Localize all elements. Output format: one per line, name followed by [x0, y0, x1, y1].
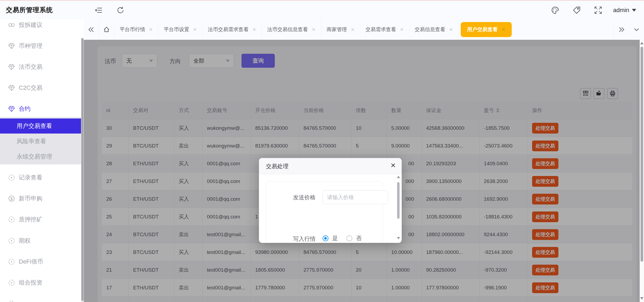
tabbar: 平台币行情✕平台币设置✕法币交易需求查看✕法币交易信息查看✕商家管理✕交易需求查…: [84, 19, 644, 40]
sidebar-item-label: C2C交易: [19, 84, 42, 92]
sidebar-item-DeFi借币[interactable]: DeFi借币: [0, 255, 81, 268]
sidebar-scrollbar-thumb[interactable]: [81, 38, 83, 301]
tab-label: 交易信息查看: [415, 26, 445, 33]
sidebar-item-label: 组合投资: [19, 279, 42, 287]
tab-用户交易查看[interactable]: 用户交易查看✕: [461, 22, 512, 37]
page-scrollbar[interactable]: [640, 40, 644, 302]
sidebar-item-新币申购[interactable]: $新币申购: [0, 192, 81, 205]
tab-平台币设置[interactable]: 平台币设置✕: [158, 19, 202, 40]
sidebar-item-法币交易[interactable]: 法币交易: [0, 60, 81, 74]
sidebar-item-质押挖矿[interactable]: 质押挖矿: [0, 213, 81, 226]
coin-icon: [8, 174, 16, 182]
sidebar-submenu: 用户交易查看风险率查看永续交易管理: [0, 117, 81, 164]
home-icon[interactable]: [99, 19, 114, 40]
price-input[interactable]: [323, 190, 388, 204]
user-menu[interactable]: admin: [613, 6, 636, 15]
modal-form-panel: 发送价格 写入行情 是 否 确定: [266, 181, 383, 243]
app-title: 交易所管理系统: [6, 6, 53, 14]
tab-close-icon[interactable]: ✕: [351, 27, 354, 33]
tab-label: 平台币行情: [120, 26, 145, 33]
sidebar-item-hidden[interactable]: [0, 297, 81, 302]
sidebar-item-合约[interactable]: 合约: [0, 102, 81, 116]
sidebar-item-label: 法币交易: [19, 63, 42, 71]
page-scrollbar-thumb[interactable]: [641, 47, 643, 262]
sidebar: 投拆建议币种管理法币交易C2C交易合约记录查看$新币申购质押挖矿期权DeFi借币…: [0, 19, 84, 302]
link-icon: [8, 21, 16, 29]
sidebar-subitem-永续交易管理[interactable]: 永续交易管理: [0, 149, 81, 164]
sidebar-item-币种管理[interactable]: 币种管理: [0, 39, 81, 53]
price-label: 发送价格: [270, 194, 316, 201]
sidebar-item-label: DeFi借币: [19, 258, 43, 266]
tab-close-icon[interactable]: ✕: [449, 27, 453, 33]
scroll-up-icon[interactable]: [640, 42, 643, 44]
collapse-sidebar-icon[interactable]: [94, 6, 103, 15]
gem-icon: [8, 105, 16, 113]
sidebar-subitem-label: 用户交易查看: [17, 122, 52, 130]
sidebar-item-label: 期权: [19, 237, 31, 245]
tab-close-icon[interactable]: ✕: [312, 27, 316, 33]
tab-商家管理[interactable]: 商家管理✕: [321, 19, 360, 40]
fullscreen-icon[interactable]: [594, 6, 603, 15]
sidebar-scrollbar[interactable]: [81, 38, 84, 302]
coin-icon: [8, 258, 16, 266]
sidebar-item-label: 投拆建议: [19, 21, 42, 29]
sidebar-subitem-label: 风险率查看: [17, 137, 46, 145]
sidebar-item-label: 新币申购: [19, 195, 42, 203]
theme-palette-icon[interactable]: [551, 6, 560, 15]
sidebar-item-记录查看[interactable]: 记录查看: [0, 171, 81, 184]
sidebar-item-期权[interactable]: 期权: [0, 234, 81, 247]
sidebar-subitem-风险率查看[interactable]: 风险率查看: [0, 134, 81, 149]
modal-header: 交易处理 ✕: [259, 158, 402, 174]
sidebar-item-组合投资[interactable]: 组合投资: [0, 276, 81, 289]
tab-close-icon[interactable]: ✕: [193, 27, 197, 33]
sidebar-item-label: 记录查看: [19, 174, 42, 182]
sidebar-item-label: 币种管理: [19, 42, 42, 50]
write-quote-label: 写入行情: [270, 235, 316, 243]
gem-icon: [8, 84, 16, 92]
tab-label: 交易需求查看: [365, 26, 396, 33]
refresh-icon[interactable]: [116, 6, 125, 15]
radio-yes[interactable]: [323, 235, 328, 241]
tab-close-icon[interactable]: ✕: [400, 27, 404, 33]
tab-close-icon[interactable]: ✕: [149, 27, 153, 33]
scroll-down-icon[interactable]: [397, 237, 400, 239]
sidebar-item-label: 合约: [19, 105, 31, 113]
sidebar-item-C2C交易[interactable]: C2C交易: [0, 81, 81, 95]
sidebar-subitem-用户交易查看[interactable]: 用户交易查看: [0, 118, 81, 134]
sidebar-item-label: 质押挖矿: [19, 215, 42, 224]
gem-icon: [8, 63, 16, 71]
tab-交易需求查看[interactable]: 交易需求查看✕: [360, 19, 409, 40]
radio-no[interactable]: [346, 235, 352, 241]
scroll-down-icon[interactable]: [640, 297, 643, 300]
sidebar-item-投拆建议[interactable]: 投拆建议: [0, 18, 81, 32]
user-name: admin: [613, 7, 629, 14]
tab-right-controls: [614, 19, 644, 40]
close-icon[interactable]: ✕: [390, 162, 396, 169]
chevron-down-icon: [632, 9, 636, 12]
tag-icon[interactable]: [572, 6, 581, 15]
dollar-coin-icon: $: [8, 195, 16, 203]
tab-close-icon[interactable]: ✕: [253, 27, 256, 33]
coin-icon: [8, 279, 16, 287]
tab-交易信息查看[interactable]: 交易信息查看✕: [409, 19, 459, 40]
scroll-up-icon[interactable]: [397, 176, 400, 178]
write-quote-radio-group: 是 否: [323, 235, 367, 242]
tab-平台币行情[interactable]: 平台币行情✕: [114, 19, 158, 40]
tab-label: 法币交易需求查看: [208, 26, 249, 33]
tab-label: 用户交易查看: [467, 26, 498, 33]
tab-法币交易信息查看[interactable]: 法币交易信息查看✕: [262, 19, 321, 40]
modal-scrollbar[interactable]: [397, 176, 400, 241]
radio-yes-label: 是: [332, 235, 338, 242]
tabs-menu-chevron-icon[interactable]: [629, 19, 644, 40]
topbar: 交易所管理系统 admin: [0, 1, 644, 20]
tabs-forward-icon[interactable]: [614, 19, 629, 40]
tabs-back-icon[interactable]: [84, 19, 99, 40]
coin-icon: [8, 237, 16, 245]
radio-no-label: 否: [356, 235, 362, 242]
trade-process-modal: 交易处理 ✕ 发送价格 写入行情 是 否 确定: [259, 158, 402, 243]
tab-法币交易需求查看[interactable]: 法币交易需求查看✕: [203, 19, 262, 40]
modal-scrollbar-thumb[interactable]: [397, 182, 400, 219]
tab-close-icon[interactable]: ✕: [502, 27, 505, 33]
tab-label: 法币交易信息查看: [267, 26, 308, 33]
sidebar-subitem-label: 永续交易管理: [17, 153, 52, 161]
